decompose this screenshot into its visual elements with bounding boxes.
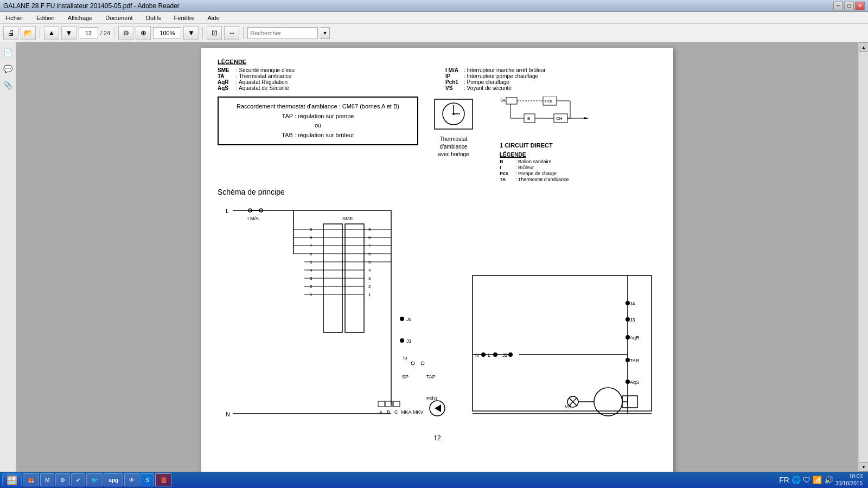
zoom-input[interactable] — [153, 27, 181, 39]
window-controls: ─ □ ✕ — [833, 2, 865, 10]
svg-rect-97 — [473, 275, 652, 411]
close-button[interactable]: ✕ — [855, 2, 865, 10]
raccordement-box: Raccordement thermostat d'ambiance : CM6… — [218, 97, 418, 145]
taskbar-app-mail[interactable]: M — [40, 473, 54, 486]
taskbar-app-viewer[interactable]: 👁 — [124, 473, 139, 486]
svg-text:L: L — [226, 208, 229, 214]
raccordement-line1: Raccordement thermostat d'ambiance : CM6… — [227, 102, 409, 112]
scroll-down-button[interactable]: ▼ — [859, 462, 868, 472]
search-input[interactable] — [247, 27, 318, 39]
svg-text:N: N — [226, 411, 230, 418]
svg-text:MKV: MKV — [413, 409, 424, 415]
menu-aide[interactable]: Aide — [205, 14, 223, 22]
menu-edition[interactable]: Edition — [33, 14, 58, 22]
menu-bar: Fichier Edition Affichage Document Outil… — [0, 12, 868, 24]
svg-text:2: 2 — [368, 284, 371, 289]
scroll-up-button[interactable]: ▲ — [859, 42, 868, 52]
prev-page-button[interactable]: ▲ — [44, 26, 59, 40]
sidebar-comment-icon[interactable]: 💬 — [2, 63, 14, 75]
language-icon: FR — [779, 476, 789, 484]
menu-affichage[interactable]: Affichage — [65, 14, 96, 22]
svg-text:L: L — [488, 352, 490, 358]
taskbar-app-apg[interactable]: apg — [104, 473, 123, 486]
scrollbar-track[interactable] — [859, 52, 868, 462]
taskbar-app-firefox[interactable]: 🦊 — [23, 473, 39, 486]
svg-text:3: 3 — [368, 276, 371, 281]
clock-time: 18:03 — [835, 473, 863, 480]
taskbar-app-tasks[interactable]: ✔ — [71, 473, 85, 486]
thermostat-svg — [432, 97, 475, 134]
svg-marker-15 — [584, 117, 589, 119]
svg-text:TA: TA — [500, 98, 506, 103]
taskbar: 🪟 🦊 M ⚙ ✔ 🐦 apg 👁 S 📕 FR 🌐 🛡 📶 🔊 18:03 3… — [0, 472, 868, 488]
svg-rect-6 — [506, 98, 517, 104]
start-button[interactable]: 🪟 — [2, 473, 22, 486]
thermostat-label: Thermostatd'ambianceavec horloge — [429, 136, 478, 158]
window-title: GALANE 28 F FU installateur 201405-05.pd… — [3, 2, 180, 10]
legend-ta: TA : Thermostat ambiance — [218, 73, 429, 79]
next-page-button[interactable]: ▼ — [61, 26, 76, 40]
svg-text:TAP: TAP — [426, 374, 436, 380]
legend-grid: SME : Sécurité manque d'eau I M/A : Inte… — [218, 67, 657, 91]
svg-text:Pcs: Pcs — [545, 99, 552, 104]
taskbar-app-bird[interactable]: 🐦 — [86, 473, 103, 486]
svg-text:Ip: Ip — [403, 355, 407, 361]
svg-text:SP: SP — [402, 374, 409, 380]
sidebar-attachment-icon[interactable]: 📎 — [2, 79, 14, 91]
network-icon[interactable]: 🌐 — [792, 476, 801, 484]
toolbar: 🖨 📂 ▲ ▼ / 24 ⊖ ⊕ ▼ ⊡ ↔ ▼ — [0, 24, 868, 42]
separator2 — [114, 27, 114, 39]
raccordement-line3: TAB : régulation sur brûleur — [227, 131, 409, 140]
page-total: / 24 — [100, 30, 110, 36]
volume-icon[interactable]: 🔊 — [824, 476, 833, 484]
legend-title: LÉGENDE — [218, 59, 657, 65]
legend2-title: LÉGENDE — [500, 152, 608, 158]
legend-box-top: LÉGENDE SME : Sécurité manque d'eau I M/… — [218, 59, 657, 91]
taskbar-app-settings[interactable]: ⚙ — [55, 473, 70, 486]
separator3 — [202, 27, 203, 39]
maximize-button[interactable]: □ — [844, 2, 854, 10]
zoom-in-button[interactable]: ⊕ — [136, 26, 151, 40]
zoom-out-button[interactable]: ⊖ — [118, 26, 133, 40]
search-dropdown[interactable]: ▼ — [320, 27, 330, 39]
menu-outils[interactable]: Outils — [142, 14, 164, 22]
svg-point-80 — [411, 362, 414, 365]
taskbar-app-adobe[interactable]: 📕 — [155, 473, 171, 486]
svg-point-77 — [400, 338, 404, 343]
schema-title: Schéma de principe — [218, 188, 657, 196]
menu-document[interactable]: Document — [102, 14, 136, 22]
svg-point-81 — [421, 362, 424, 365]
circuit-direct-title: 1 CIRCUIT DIRECT — [500, 142, 608, 149]
svg-text:TAB: TAB — [630, 358, 639, 363]
sidebar-left: 📄 💬 📎 — [0, 42, 16, 472]
legend-vs: VS : Voyant de sécurité — [445, 85, 657, 91]
print-button[interactable]: 🖨 — [3, 26, 18, 40]
main-area: 📄 💬 📎 LÉGENDE SME : Sécurité manque d'ea… — [0, 42, 868, 472]
legend-aqs: AqS : Aquastat de Sécurité — [218, 85, 429, 91]
menu-fichier[interactable]: Fichier — [2, 14, 27, 22]
separator — [40, 27, 40, 39]
fit-page-button[interactable]: ⊡ — [207, 26, 222, 40]
minimize-button[interactable]: ─ — [833, 2, 843, 10]
zoom-dropdown[interactable]: ▼ — [183, 26, 199, 40]
taskbar-tray: FR 🌐 🛡 📶 🔊 18:03 30/10/2015 — [776, 473, 866, 487]
svg-text:J5: J5 — [406, 317, 412, 322]
circuit-direct-section: TA Pcs CH — [500, 97, 608, 182]
legend-pch1: Pch1 : Pompe chauffage — [445, 79, 657, 85]
security-icon[interactable]: 🛡 — [803, 476, 810, 484]
page-number-input[interactable] — [79, 27, 98, 39]
scrollbar-right: ▲ ▼ — [858, 42, 868, 472]
fit-width-button[interactable]: ↔ — [224, 26, 239, 40]
raccordement-ou: ou — [227, 121, 409, 131]
windows-icon: 🪟 — [7, 475, 17, 485]
svg-text:AqR: AqR — [630, 335, 640, 341]
wiring-diagram: L I M/A SME — [218, 200, 657, 429]
svg-text:C: C — [394, 409, 398, 415]
sidebar-pages-icon[interactable]: 📄 — [2, 47, 14, 59]
taskbar-app-skype[interactable]: S — [141, 473, 154, 486]
svg-text:AqS: AqS — [630, 380, 639, 385]
open-button[interactable]: 📂 — [21, 26, 36, 40]
menu-fenetre[interactable]: Fenêtre — [171, 14, 198, 22]
svg-point-75 — [400, 317, 404, 321]
svg-text:I M/A: I M/A — [247, 216, 259, 221]
